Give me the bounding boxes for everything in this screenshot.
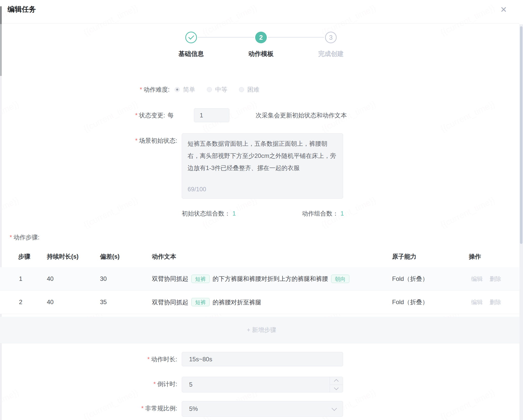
- spinner-up-button[interactable]: [330, 377, 343, 385]
- table-row: 14030双臂协同抓起短裤的下方裤腿和裤腰对折到上方的裤腿和裤腰朝向Fold（折…: [0, 267, 523, 290]
- window-edge: [0, 76, 2, 420]
- action-text: 的裤腰对折至裤腿: [213, 298, 261, 306]
- duration-cell: 40: [47, 299, 54, 306]
- countdown-value: 5: [189, 381, 192, 388]
- window-edge: [0, 24, 2, 76]
- unusual-ratio-label: *非常规比例:: [94, 404, 177, 412]
- watermark-text: {{current_time}}: [0, 387, 21, 420]
- radio-label: 简单: [183, 86, 195, 94]
- deviation-cell: 30: [100, 275, 107, 282]
- scrollbar-thumb[interactable]: [520, 26, 522, 244]
- edit-button[interactable]: 编辑: [471, 275, 483, 283]
- action-text-cell: 双臂协同抓起短裤的裤腰对折至裤腿: [152, 298, 261, 306]
- edit-button[interactable]: 编辑: [471, 298, 483, 306]
- deviation-cell: 35: [100, 299, 107, 306]
- action-text: 双臂协同抓起: [152, 275, 188, 283]
- radio-icon[interactable]: [239, 87, 244, 92]
- delete-button[interactable]: 删除: [490, 298, 501, 306]
- dialog-title: 编辑任务: [8, 5, 36, 14]
- add-step-row[interactable]: + 新增步骤: [0, 317, 523, 343]
- check-icon: [188, 34, 194, 39]
- col-step: 步骤: [18, 253, 30, 261]
- step-number-cell: 1: [19, 275, 22, 282]
- radio-selected-icon[interactable]: [175, 87, 180, 92]
- initial-state-textarea[interactable]: 短裤五条数据背面朝上，五条数据正面朝上，裤腰朝右，离头部视野下方至少20cm之外…: [182, 133, 343, 199]
- action-text-cell: 双臂协同抓起短裤的下方裤腿和裤腰对折到上方的裤腿和裤腰朝向: [152, 275, 352, 283]
- initial-state-label: *场景初始状态:: [94, 137, 177, 145]
- table-row: 24035双臂协同抓起短裤的裤腰对折至裤腿Fold（折叠）编辑删除: [0, 290, 523, 314]
- step-2-circle: 2: [255, 32, 267, 43]
- required-mark: *: [140, 86, 142, 93]
- unusual-ratio-select[interactable]: 5%: [182, 401, 343, 417]
- watermark-text: {{current_time}}: [439, 99, 496, 134]
- step-1-label: 基础信息: [163, 50, 219, 58]
- radio-label: 困难: [247, 86, 259, 94]
- difficulty-option-简单[interactable]: 简单: [175, 86, 195, 94]
- close-icon[interactable]: ✕: [500, 6, 507, 14]
- watermark-text: {{current_time}}: [439, 3, 496, 38]
- step-3-number: 3: [329, 34, 333, 41]
- duration-label: *动作时长:: [94, 355, 177, 363]
- col-ability: 原子能力: [392, 253, 416, 261]
- object-tag: 短裤: [191, 298, 210, 306]
- required-mark: *: [10, 234, 12, 241]
- object-tag: 短裤: [191, 275, 210, 283]
- window-edge: [0, 6, 2, 24]
- watermark-text: {{current_time}}: [82, 387, 139, 420]
- action-text: 的下方裤腿和裤腰对折到上方的裤腿和裤腰: [213, 275, 328, 283]
- number-spinner: [330, 377, 343, 392]
- step-2-label: 动作模板: [233, 50, 289, 58]
- watermark-text: {{current_time}}: [0, 195, 21, 230]
- ability-cell: Fold（折叠）: [392, 275, 428, 283]
- difficulty-option-困难[interactable]: 困难: [239, 86, 259, 94]
- scrollbar-track[interactable]: [519, 24, 523, 420]
- header-divider: [2, 23, 519, 24]
- required-mark: *: [147, 356, 150, 363]
- countdown-label: *倒计时:: [94, 380, 177, 388]
- delete-button[interactable]: 删除: [490, 275, 501, 283]
- edit-task-dialog: {{current_time}}{{current_time}}{{curren…: [0, 0, 523, 420]
- col-deviation: 偏差(s): [100, 253, 119, 261]
- difficulty-label: *动作难度:: [86, 86, 170, 94]
- step-2-number: 2: [259, 34, 263, 41]
- add-step-button[interactable]: + 新增步骤: [247, 326, 276, 334]
- stepper-connector: [198, 37, 254, 38]
- countdown-input[interactable]: 5: [182, 377, 343, 392]
- required-mark: *: [141, 405, 144, 412]
- required-mark: *: [153, 381, 156, 387]
- step-1-circle: [185, 32, 197, 43]
- unusual-ratio-value: 5%: [189, 405, 198, 412]
- spinner-down-button[interactable]: [330, 385, 343, 392]
- duration-cell: 40: [47, 275, 54, 282]
- state-change-input[interactable]: 1: [194, 108, 229, 122]
- chevron-down-icon: [332, 406, 337, 411]
- action-text: 双臂协同抓起: [152, 298, 188, 306]
- col-duration: 持续时长(s): [47, 253, 78, 261]
- ability-cell: Fold（折叠）: [392, 298, 428, 306]
- radio-icon[interactable]: [207, 87, 212, 92]
- watermark-text: {{current_time}}: [439, 387, 496, 420]
- difficulty-option-中等[interactable]: 中等: [207, 86, 227, 94]
- action-combo-count: 动作组合数：1: [302, 209, 344, 218]
- step-3-circle: 3: [325, 32, 337, 43]
- step-3-label: 完成创建: [303, 50, 359, 58]
- watermark-text: {{current_time}}: [0, 99, 21, 134]
- col-actions: 操作: [469, 253, 481, 261]
- initial-combo-value: 1: [232, 210, 236, 217]
- chevron-down-icon: [334, 385, 338, 390]
- action-combo-value: 1: [340, 210, 344, 217]
- watermark-text: {{current_time}}: [201, 3, 258, 38]
- state-change-value: 1: [200, 112, 203, 119]
- state-change-suffix: 次采集会更新初始状态和动作文本: [256, 111, 347, 119]
- state-change-prefix: 每: [168, 111, 174, 119]
- col-text: 动作文本: [152, 253, 176, 261]
- duration-input[interactable]: 15s~80s: [182, 352, 343, 366]
- radio-dot: [176, 89, 178, 91]
- stepper-connector: [268, 37, 324, 38]
- initial-state-text: 短裤五条数据背面朝上，五条数据正面朝上，裤腰朝右，离头部视野下方至少20cm之外…: [188, 140, 336, 171]
- radio-label: 中等: [215, 86, 227, 94]
- difficulty-radio-group: 简单中等困难: [175, 86, 259, 94]
- state-change-label: *状态变更:: [82, 111, 165, 119]
- watermark-text: {{current_time}}: [82, 195, 139, 230]
- char-counter: 69/100: [188, 183, 206, 195]
